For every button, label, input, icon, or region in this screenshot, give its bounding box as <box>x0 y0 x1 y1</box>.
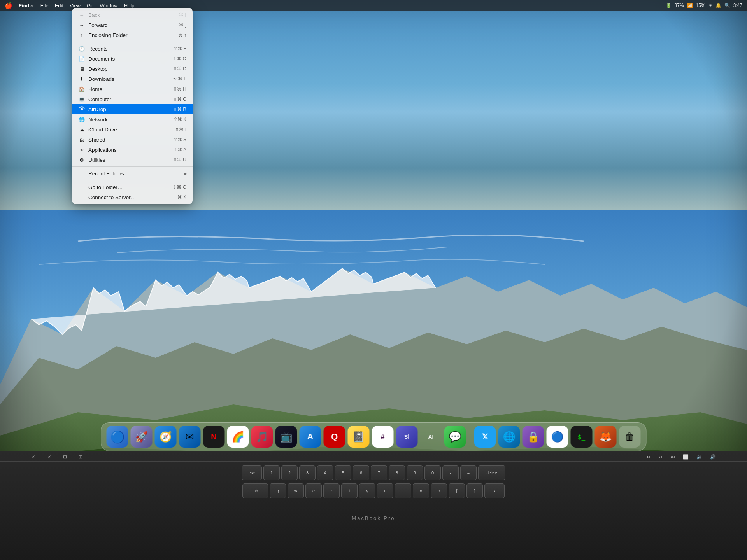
back-icon: ← <box>78 11 85 18</box>
launchpad-key[interactable]: ⊞ <box>79 454 82 460</box>
finder-menu[interactable]: Finder <box>19 3 34 9</box>
key-q[interactable]: q <box>270 483 286 498</box>
mission-control-key[interactable]: ⊟ <box>63 454 67 460</box>
key-9[interactable]: 9 <box>407 466 423 480</box>
key-o[interactable]: o <box>413 483 429 498</box>
brightness-down-key[interactable]: ☀ <box>31 454 35 460</box>
key-6[interactable]: 6 <box>353 466 369 480</box>
menu-item-shared[interactable]: 🗂 Shared ⇧⌘ S <box>72 135 193 145</box>
menu-item-back[interactable]: ← Back ⌘ [ <box>72 10 193 20</box>
key-r[interactable]: r <box>323 483 340 498</box>
menu-item-downloads[interactable]: ⬇ Downloads ⌥⌘ L <box>72 74 193 84</box>
notification-icon[interactable]: 🔔 <box>715 3 721 8</box>
menu-item-utilities[interactable]: ⚙ Utilities ⇧⌘ U <box>72 155 193 165</box>
key-bracket-l[interactable]: [ <box>449 483 465 498</box>
file-menu[interactable]: File <box>40 3 49 9</box>
home-shortcut: ⇧⌘ H <box>173 86 186 92</box>
icloud-icon: ☁ <box>78 126 85 133</box>
back-label: Back <box>88 12 179 18</box>
downloads-icon: ⬇ <box>78 75 85 82</box>
dock-slack[interactable]: # <box>372 426 394 448</box>
menubar-right: 🔋 37% 📶 15% ⊞ 🔔 🔍 3:47 <box>666 3 742 8</box>
spotlight-icon[interactable]: 🔍 <box>724 3 730 8</box>
brightness-up-key[interactable]: ☀ <box>47 454 51 460</box>
airdrop-icon <box>78 106 85 113</box>
dock-ai[interactable]: AI <box>420 426 442 448</box>
dock-slack2[interactable]: Sl <box>396 426 418 448</box>
volume-down-key[interactable]: 🔉 <box>696 454 702 460</box>
key-e[interactable]: e <box>305 483 322 498</box>
skip-forward-key[interactable]: ⏭ <box>670 454 675 460</box>
dock-edge[interactable]: 🌐 <box>498 426 520 448</box>
menu-item-home[interactable]: 🏠 Home ⇧⌘ H <box>72 84 193 94</box>
play-pause-key[interactable]: ⏯ <box>658 454 663 460</box>
key-equals[interactable]: = <box>460 466 477 480</box>
fullscreen-key[interactable]: ⬜ <box>683 454 689 460</box>
menu-item-forward[interactable]: → Forward ⌘ ] <box>72 20 193 30</box>
touchbar: ☀ ☀ ⊟ ⊞ <box>31 454 82 460</box>
key-backslash[interactable]: \ <box>484 483 505 498</box>
dock-chrome[interactable]: 🔵 <box>547 426 568 448</box>
menu-item-recents[interactable]: 🕐 Recents ⇧⌘ F <box>72 44 193 54</box>
dock-notes[interactable]: 📓 <box>348 426 370 448</box>
dock-music[interactable]: 🎵 <box>251 426 273 448</box>
skip-back-key[interactable]: ⏮ <box>645 454 650 460</box>
volume-up-key[interactable]: 🔊 <box>710 454 716 460</box>
key-1[interactable]: 1 <box>263 466 280 480</box>
dock-vpn[interactable]: 🔒 <box>523 426 544 448</box>
menu-item-network[interactable]: 🌐 Network ⇧⌘ K <box>72 114 193 124</box>
key-esc[interactable]: esc <box>242 466 262 480</box>
dock-finder[interactable]: 🔵 <box>107 426 128 448</box>
key-p[interactable]: p <box>431 483 447 498</box>
dock-mail[interactable]: ✉ <box>179 426 201 448</box>
dock-quill[interactable]: Q <box>324 426 345 448</box>
key-t[interactable]: t <box>341 483 358 498</box>
key-4[interactable]: 4 <box>317 466 333 480</box>
dock-tv[interactable]: 📺 <box>275 426 297 448</box>
key-2[interactable]: 2 <box>281 466 298 480</box>
key-delete[interactable]: delete <box>478 466 505 480</box>
menu-item-icloud[interactable]: ☁ iCloud Drive ⇧⌘ I <box>72 124 193 135</box>
key-5[interactable]: 5 <box>335 466 351 480</box>
key-3[interactable]: 3 <box>299 466 316 480</box>
home-icon: 🏠 <box>78 86 85 93</box>
dock-terminal[interactable]: $_ <box>571 426 593 448</box>
apple-menu[interactable]: 🍎 <box>5 2 12 9</box>
menu-item-computer[interactable]: 💻 Computer ⇧⌘ C <box>72 94 193 104</box>
key-0[interactable]: 0 <box>424 466 441 480</box>
menu-item-applications[interactable]: ✳ Applications ⇧⌘ A <box>72 145 193 155</box>
dock-twitter[interactable]: 𝕏 <box>474 426 496 448</box>
menu-item-go-to-folder[interactable]: Go to Folder… ⇧⌘ G <box>72 182 193 192</box>
menu-item-enclosing[interactable]: ↑ Enclosing Folder ⌘ ↑ <box>72 30 193 40</box>
recent-folders-icon <box>78 170 85 177</box>
menu-item-desktop[interactable]: 🖥 Desktop ⇧⌘ D <box>72 64 193 74</box>
key-7[interactable]: 7 <box>371 466 387 480</box>
dock-safari[interactable]: 🧭 <box>155 426 177 448</box>
control-center-icon[interactable]: ⊞ <box>708 3 712 8</box>
key-minus[interactable]: - <box>442 466 459 480</box>
dock-photos[interactable]: 🌈 <box>227 426 249 448</box>
menu-item-connect-server[interactable]: Connect to Server… ⌘ K <box>72 192 193 202</box>
dock-trash[interactable]: 🗑 <box>619 426 641 448</box>
key-8[interactable]: 8 <box>389 466 405 480</box>
key-bracket-r[interactable]: ] <box>466 483 483 498</box>
key-w[interactable]: w <box>288 483 304 498</box>
go-to-folder-label: Go to Folder… <box>88 184 173 190</box>
dock-news[interactable]: N <box>203 426 225 448</box>
key-i[interactable]: i <box>395 483 411 498</box>
dock-launchpad[interactable]: 🚀 <box>131 426 153 448</box>
go-menu-dropdown: ← Back ⌘ [ → Forward ⌘ ] ↑ Enclosing Fol… <box>72 8 193 204</box>
key-y[interactable]: y <box>359 483 375 498</box>
downloads-shortcut: ⌥⌘ L <box>172 76 186 82</box>
menu-item-airdrop[interactable]: AirDrop ⇧⌘ R <box>72 104 193 114</box>
dock-appstore[interactable]: A <box>300 426 321 448</box>
icloud-label: iCloud Drive <box>88 127 175 133</box>
dock-messages[interactable]: 💬 <box>444 426 466 448</box>
dock-firefox[interactable]: 🦊 <box>595 426 617 448</box>
menu-item-documents[interactable]: 📄 Documents ⇧⌘ O <box>72 54 193 64</box>
utilities-shortcut: ⇧⌘ U <box>173 157 186 163</box>
edit-menu[interactable]: Edit <box>55 3 63 9</box>
key-tab[interactable]: tab <box>242 483 268 498</box>
key-u[interactable]: u <box>377 483 393 498</box>
menu-item-recent-folders[interactable]: Recent Folders <box>72 168 193 178</box>
